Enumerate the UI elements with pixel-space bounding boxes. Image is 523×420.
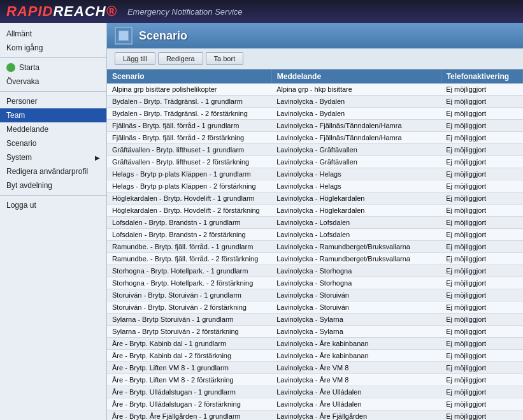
cell-phone: Ej möjliggjort [441,192,522,205]
app-subtitle: Emergency Notification Service [127,7,243,17]
table-body: Alpina grp bisittare polishelikopter Alp… [107,83,523,420]
cell-phone: Ej möjliggjort [441,326,522,338]
table-row[interactable]: Storuiván - Brytp. Storuiván - 2 förstär… [107,301,523,314]
table-row[interactable]: Helags - Brytp p-plats Kläppen - 1 grund… [107,168,523,180]
page-icon-inner [118,31,129,41]
table-row[interactable]: Sylarna - Brytp Storuiván - 2 förstärkni… [107,326,523,338]
cell-scenario: Storhogna - Brytp. Hotellpark. - 1 grund… [107,265,271,277]
cell-phone: Ej möjliggjort [441,289,522,301]
cell-scenario: Storhogna - Brytp. Hotellpark. - 2 först… [107,277,271,289]
sidebar-item-redigera[interactable]: Redigera användarprofil [0,164,106,178]
table-row[interactable]: Åre - Brytp. Ulládalstugan - 2 förstärkn… [107,398,523,410]
col-header-scenario: Scenario [107,69,271,83]
cell-scenario: Höglekardalen - Brytp. Hovdelift - 2 för… [107,205,271,217]
cell-scenario: Lofsdalen - Brytp. Brandstn - 1 grundlar… [107,217,271,229]
cell-message: Lavinolycka - Höglekardalen [271,192,441,205]
cell-message: Lavinolycka - Åre VM 8 [271,362,441,374]
system-arrow-icon: ▶ [95,154,100,161]
sidebar-item-overvaka[interactable]: Övervaka [0,75,106,89]
table-row[interactable]: Höglekardalen - Brytp. Hovdelift - 1 gru… [107,192,523,205]
cell-scenario: Åre - Brytp. Åre Fjällgården - 1 grundla… [107,410,271,421]
cell-scenario: Fjällnäs - Brytp. fjäll. förråd - 2 förs… [107,132,271,144]
cell-message: Lavinolycka - Storuiván [271,301,441,314]
app-header: RAPIDREACH® Emergency Notification Servi… [0,0,523,23]
add-button[interactable]: Lägg till [115,52,155,65]
table-row[interactable]: Fjällnäs - Brytp. fjäll. förråd - 2 förs… [107,132,523,144]
table-row[interactable]: Alpina grp bisittare polishelikopter Alp… [107,83,523,96]
cell-scenario: Åre - Brytp. Kabinb dal - 1 grundlarm [107,338,271,350]
cell-phone: Ej möjliggjort [441,301,522,314]
table-row[interactable]: Gräftävallen - Brytp. lifthuset - 2 förs… [107,156,523,168]
cell-message: Alpina grp - hkp bisittare [271,83,441,96]
table-row[interactable]: Sylarna - Brytp Storuiván - 1 grundlarm … [107,314,523,326]
sidebar: Allmänt Kom igång Starta Övervaka Person… [0,23,107,420]
table-row[interactable]: Ramundbe. - Brytp. fjäll. förråd. - 2 fö… [107,253,523,265]
cell-phone: Ej möjliggjort [441,374,522,386]
cell-phone: Ej möjliggjort [441,338,522,350]
table-row[interactable]: Gräftävallen - Brytp. lifthuset - 1 grun… [107,144,523,156]
cell-phone: Ej möjliggjort [441,253,522,265]
cell-message: Lavinolycka - Sylarna [271,314,441,326]
sidebar-item-meddelande[interactable]: Meddelande [0,122,106,136]
table-row[interactable]: Åre - Brytp. Kabinb dal - 2 förstärkning… [107,350,523,362]
cell-message: Lavinolycka - Åre Ulládalen [271,398,441,410]
cell-message: Lavinolycka - Ramundberget/Bruksvallarna [271,241,441,253]
cell-scenario: Lofsdalen - Brytp. Brandstn - 2 förstärk… [107,229,271,241]
table-row[interactable]: Storuiván - Brytp. Storuiván - 1 grundla… [107,289,523,301]
table-row[interactable]: Åre - Brytp. Liften VM 8 - 2 förstärknin… [107,374,523,386]
cell-message: Lavinolycka - Åre Fjällgården [271,410,441,421]
sidebar-item-kom-igang[interactable]: Kom igång [0,41,106,55]
main-content: Scenario Lägg till Redigera Ta bort Scen… [107,23,523,420]
col-header-message: Meddelande [271,69,441,83]
edit-button[interactable]: Redigera [158,52,203,65]
scenario-table-container: Scenario Meddelande Telefonaktivering Al… [107,69,523,420]
cell-message: Lavinolycka - Lofsdalen [271,217,441,229]
sidebar-item-personer[interactable]: Personer [0,94,106,108]
app-logo: RAPIDREACH® [6,3,117,20]
cell-scenario: Storuiván - Brytp. Storuiván - 2 förstär… [107,301,271,314]
table-row[interactable]: Åre - Brytp. Liften VM 8 - 1 grundlarm L… [107,362,523,374]
cell-message: Lavinolycka - Helags [271,168,441,180]
cell-scenario: Åre - Brytp. Ulládalstugan - 2 förstärkn… [107,398,271,410]
table-row[interactable]: Åre - Brytp. Kabinb dal - 1 grundlarm La… [107,338,523,350]
table-row[interactable]: Storhogna - Brytp. Hotellpark. - 2 först… [107,277,523,289]
cell-scenario: Sylarna - Brytp Storuiván - 1 grundlarm [107,314,271,326]
cell-scenario: Åre - Brytp. Liften VM 8 - 2 förstärknin… [107,374,271,386]
table-row[interactable]: Helags - Brytp p-plats Kläppen - 2 först… [107,180,523,192]
sidebar-divider-1 [0,57,106,58]
sidebar-item-team[interactable]: Team [0,108,106,122]
table-row[interactable]: Lofsdalen - Brytp. Brandstn - 1 grundlar… [107,217,523,229]
cell-message: Lavinolycka - Åre kabinbanan [271,350,441,362]
table-row[interactable]: Bydalen - Brytp. Trädgränsl. - 1 grundla… [107,96,523,108]
table-row[interactable]: Storhogna - Brytp. Hotellpark. - 1 grund… [107,265,523,277]
cell-phone: Ej möjliggjort [441,265,522,277]
sidebar-item-byt-avdelning[interactable]: Byt avdelning [0,178,106,192]
sidebar-item-allman[interactable]: Allmänt [0,27,106,41]
toolbar: Lägg till Redigera Ta bort [107,48,523,69]
table-row[interactable]: Ramundbe. - Brytp. fjäll. förråd. - 1 gr… [107,241,523,253]
table-row[interactable]: Lofsdalen - Brytp. Brandstn - 2 förstärk… [107,229,523,241]
cell-message: Lavinolycka - Sylarna [271,326,441,338]
table-row[interactable]: Fjällnäs - Brytp. fjäll. förråd - 1 grun… [107,120,523,132]
table-row[interactable]: Höglekardalen - Brytp. Hovdelift - 2 för… [107,205,523,217]
table-header-row: Scenario Meddelande Telefonaktivering [107,69,523,83]
cell-scenario: Åre - Brytp. Liften VM 8 - 1 grundlarm [107,362,271,374]
cell-phone: Ej möjliggjort [441,362,522,374]
sidebar-item-system[interactable]: System ▶ [0,150,106,164]
delete-button[interactable]: Ta bort [206,52,244,65]
table-row[interactable]: Åre - Brytp. Åre Fjällgården - 1 grundla… [107,410,523,421]
sidebar-item-logga-ut[interactable]: Logga ut [0,198,106,212]
cell-scenario: Bydalen - Brytp. Trädgränsl. - 1 grundla… [107,96,271,108]
sidebar-item-starta[interactable]: Starta [0,61,106,75]
cell-message: Lavinolycka - Fjällnäs/Tänndalen/Hamra [271,132,441,144]
sidebar-item-scenario[interactable]: Scenario [0,136,106,150]
table-header: Scenario Meddelande Telefonaktivering [107,69,523,83]
table-row[interactable]: Åre - Brytp. Ulládalstugan - 1 grundlarm… [107,386,523,398]
cell-phone: Ej möjliggjort [441,398,522,410]
cell-phone: Ej möjliggjort [441,350,522,362]
table-row[interactable]: Bydalen - Brytp. Trädgränsl. - 2 förstär… [107,108,523,120]
cell-message: Lavinolycka - Storuiván [271,289,441,301]
cell-message: Lavinolycka - Åre VM 8 [271,374,441,386]
sidebar-divider-3 [0,195,106,196]
cell-phone: Ej möjliggjort [441,205,522,217]
